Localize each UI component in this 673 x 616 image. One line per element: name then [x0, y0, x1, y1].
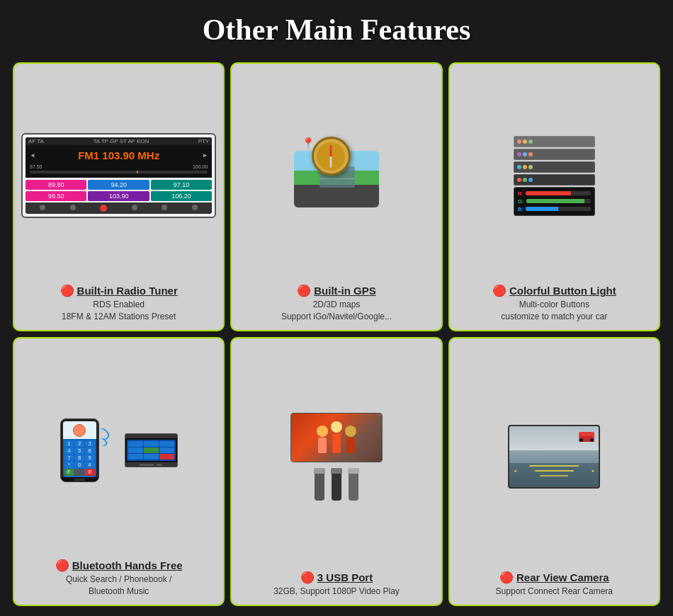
usb-drive-2	[331, 468, 342, 501]
usb-screen	[290, 413, 383, 462]
usb-title-row: 🔴 3 USB Port	[239, 571, 434, 583]
radio-screen-mock: AF TATA TP GP ST AF EONPTY ◄ FM1 103.90 …	[21, 133, 216, 218]
pin-icon-camera: 🔴	[499, 572, 514, 583]
feature-card-buttons: R: G: B:	[448, 62, 660, 331]
button-desc: Multi-color Buttons customize to match y…	[501, 299, 607, 323]
phone-mock: 123 456 789 *0# ✆ ✆	[60, 418, 99, 482]
camera-screen-mock: ◄ ►	[508, 425, 600, 489]
phone-dial: 123 456 789 *0# ✆ ✆	[63, 439, 96, 477]
camera-visual: ◄ ►	[457, 346, 652, 567]
feature-card-camera: ◄ ► 🔴 Rear View Camera Support Connect R…	[448, 337, 660, 606]
radio-top-bar: AF TATA TP GP ST AF EONPTY	[26, 137, 212, 145]
camera-desc: Support Connect Rear Camera	[496, 586, 613, 598]
pin-icon-radio: 🔴	[60, 285, 74, 297]
camera-image: ◄ ►	[457, 346, 652, 567]
pin-icon-button: 🔴	[492, 285, 507, 297]
feature-card-usb: 🔴 3 USB Port 32GB, Support 1080P Video P…	[230, 337, 442, 606]
radio-freq: FM1 103.90 MHz	[78, 148, 159, 163]
usb-visual	[239, 346, 434, 567]
features-grid: AF TATA TP GP ST AF EONPTY ◄ FM1 103.90 …	[0, 57, 673, 616]
gps-title: Built-in GPS	[314, 285, 376, 297]
radio-desc: RDS Enabled 18FM & 12AM Stations Preset	[62, 299, 176, 323]
car-screen-mini	[127, 440, 176, 461]
gps-image: 📍	[239, 71, 434, 280]
camera-title-row: 🔴 Rear View Camera	[457, 571, 652, 583]
phone-screen-top	[63, 421, 96, 439]
usb-drives	[314, 468, 359, 501]
person-avatar	[73, 424, 86, 437]
feature-card-bluetooth: 123 456 789 *0# ✆ ✆	[13, 337, 225, 606]
radio-presets: 89.80 94.20 97.10 99.50 103.90 106.20	[26, 180, 212, 201]
button-light-image: R: G: B:	[457, 71, 652, 280]
button-title: Colorful Button Light	[509, 285, 616, 297]
usb-drive-1	[314, 468, 325, 501]
camera-title: Rear View Camera	[516, 571, 609, 583]
usb-desc: 32GB, Support 1080P Video Play	[273, 586, 400, 598]
feature-card-radio: AF TATA TP GP ST AF EONPTY ◄ FM1 103.90 …	[13, 62, 225, 331]
bluetooth-desc: Quick Search / Phonebook / Bluetooth Mus…	[66, 574, 171, 598]
pin-icon-bluetooth: 🔴	[55, 560, 69, 571]
phone-screen: 123 456 789 *0# ✆ ✆	[63, 421, 96, 477]
gps-visual: 📍	[239, 71, 434, 280]
bluetooth-title: Bluetooth Hands Free	[72, 559, 183, 571]
usb-screen-content	[291, 413, 382, 462]
bluetooth-title-row: 🔴 Bluetooth Hands Free	[21, 559, 216, 571]
bluetooth-visual: 123 456 789 *0# ✆ ✆	[21, 346, 216, 555]
usb-image	[239, 346, 434, 567]
gps-title-row: 🔴 Built-in GPS	[239, 285, 434, 297]
page-wrapper: Other Main Features AF TATA TP GP ST AF …	[0, 0, 673, 616]
radio-image: AF TATA TP GP ST AF EONPTY ◄ FM1 103.90 …	[21, 71, 216, 280]
usb-title: 3 USB Port	[317, 571, 373, 583]
feature-card-gps: 📍 🔴 Built-in GPS 2D/3D maps Support iGo/…	[230, 62, 442, 331]
pin-icon-gps: 🔴	[297, 285, 311, 297]
button-title-row: 🔴 Colorful Button Light	[457, 285, 652, 297]
bluetooth-image: 123 456 789 *0# ✆ ✆	[21, 346, 216, 555]
radio-title-row: 🔴 Built-in Radio Tuner	[21, 285, 216, 297]
pin-icon-usb: 🔴	[300, 572, 315, 583]
page-title: Other Main Features	[0, 0, 673, 57]
usb-drive-3	[348, 468, 359, 501]
gps-desc: 2D/3D maps Support iGo/Navitel/Google...	[281, 299, 392, 323]
radio-title: Built-in Radio Tuner	[77, 285, 178, 297]
car-unit-mock	[125, 433, 178, 467]
radio-controls	[26, 203, 212, 214]
